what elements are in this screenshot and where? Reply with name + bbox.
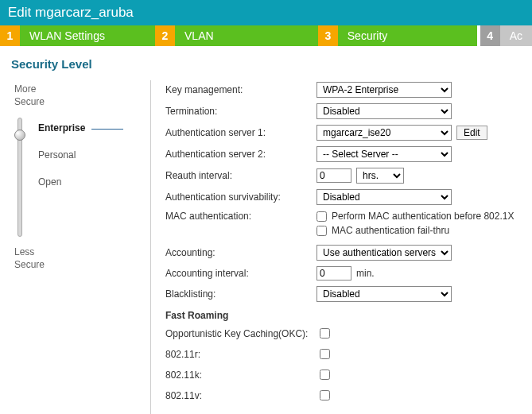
auth-server-1-label: Authentication server 1: [165,127,316,138]
80211v-label: 802.11v: [165,390,316,401]
accounting-interval-label: Accounting interval: [165,268,316,279]
more-secure-label: MoreSecure [14,83,141,108]
reauth-interval-label: Reauth interval: [165,170,316,181]
key-management-label: Key management: [165,84,316,95]
accounting-select[interactable]: Use authentication servers [316,245,452,261]
reauth-interval-unit-select[interactable]: hrs. [356,168,404,184]
tab-number: 2 [155,25,175,46]
tab-number: 4 [480,25,500,46]
settings-form: Key management: WPA-2 Enterprise Termina… [151,80,532,414]
security-level-panel: MoreSecure Enterprise Personal Open Less… [0,80,151,414]
80211k-checkbox[interactable] [320,370,330,380]
mac-auth-failthru-checkbox[interactable] [316,226,327,236]
blacklisting-select[interactable]: Disabled [316,286,452,302]
tab-wlan-settings[interactable]: 1 WLAN Settings [0,25,155,46]
80211r-checkbox[interactable] [320,349,330,359]
auth-survivability-select[interactable]: Disabled [316,189,452,205]
accounting-interval-unit: min. [356,268,375,279]
tab-label: VLAN [175,29,223,42]
mac-auth-before-8021x-label: Perform MAC authentication before 802.1X [332,211,514,222]
termination-select[interactable]: Disabled [316,103,452,119]
tab-label: Security [338,29,398,42]
termination-label: Termination: [165,106,316,117]
fast-roaming-heading: Fast Roaming [165,310,526,321]
tab-number: 1 [0,25,20,46]
mac-auth-failthru-label: MAC authentication fail-thru [332,225,449,236]
wizard-tabs: 1 WLAN Settings 2 VLAN 3 Security 4 Ac [0,25,532,46]
tab-number: 3 [318,25,338,46]
mac-auth-before-8021x-checkbox[interactable] [316,211,327,222]
tab-label: WLAN Settings [20,29,115,42]
reauth-interval-input[interactable] [316,168,351,183]
page-title: Security Level [0,46,532,80]
less-secure-label: LessSecure [14,246,141,271]
80211r-label: 802.11r: [165,349,316,360]
auth-survivability-label: Authentication survivability: [165,192,316,203]
tab-access[interactable]: 4 Ac [480,25,532,46]
security-slider-handle[interactable] [14,130,25,141]
accounting-interval-input[interactable] [316,266,351,281]
accounting-label: Accounting: [165,247,316,258]
mac-auth-label: MAC authentication: [165,211,316,222]
security-slider-track[interactable] [17,118,22,237]
80211k-label: 802.11k: [165,370,316,381]
auth-server-1-edit-button[interactable]: Edit [456,126,487,140]
okc-label: Opportunistic Key Caching(OKC): [165,328,316,339]
blacklisting-label: Blacklisting: [165,288,316,300]
level-personal[interactable]: Personal [33,141,141,168]
80211v-checkbox[interactable] [320,390,330,400]
auth-server-2-select[interactable]: -- Select Server -- [316,146,452,162]
tab-security[interactable]: 3 Security [318,25,477,46]
window-title: Edit mgarcarz_aruba [0,0,532,25]
key-management-select[interactable]: WPA-2 Enterprise [316,82,452,98]
auth-server-2-label: Authentication server 2: [165,149,316,160]
level-enterprise[interactable]: Enterprise [33,114,141,141]
tab-vlan[interactable]: 2 VLAN [155,25,318,46]
auth-server-1-select[interactable]: mgarcarz_ise20 [316,125,452,141]
level-open[interactable]: Open [33,168,141,195]
okc-checkbox[interactable] [320,328,330,339]
tab-label: Ac [500,29,532,42]
